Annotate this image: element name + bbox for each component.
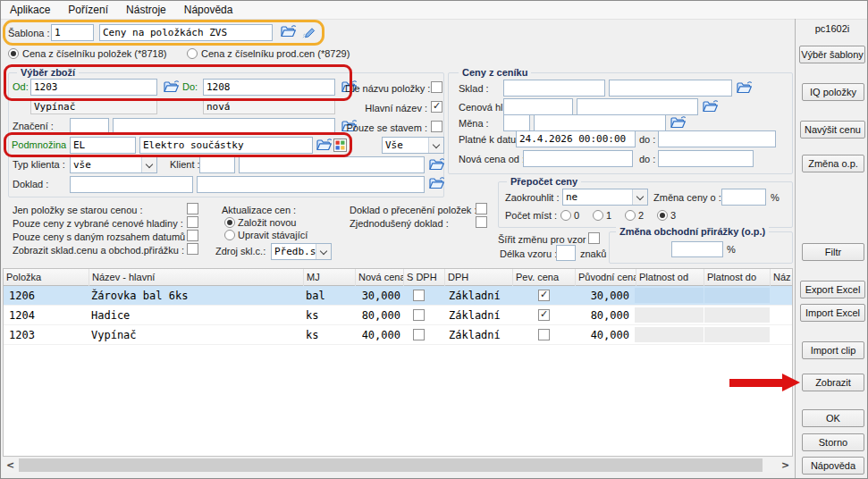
col-nazev[interactable]: Název - hlavní — [89, 269, 304, 286]
hlavni-nazev-checkbox[interactable] — [431, 101, 442, 113]
sklad-name-field[interactable] — [609, 80, 732, 97]
vse-dropdown[interactable]: Vše — [382, 137, 444, 154]
table-row[interactable]: 1204 Hadice ks 80,000 Základní 80,000 — [4, 306, 792, 325]
podmnozina-code-field[interactable]: EL — [70, 137, 136, 154]
platne-k-datu-field[interactable]: 24.4.2026 00:00:00 — [516, 130, 636, 147]
scrollbar-thumb[interactable] — [19, 458, 763, 472]
s-dph-checkbox[interactable] — [413, 329, 425, 340]
napoveda-button[interactable]: Nápověda — [802, 457, 864, 475]
radio-cena-prodcen[interactable] — [187, 48, 198, 59]
folder-open-icon[interactable] — [736, 80, 753, 95]
table-row[interactable]: 1206 Žárovka bal 6ks bal 30,000 Základní… — [4, 286, 792, 306]
zobrazit-sklad-checkbox[interactable] — [187, 243, 198, 255]
s-dph-checkbox[interactable] — [413, 309, 425, 321]
import-excel-button[interactable]: Import Excel — [800, 304, 865, 322]
sablona-number-field[interactable]: 1 — [51, 24, 94, 41]
pev-cena-checkbox[interactable] — [538, 309, 550, 321]
chevron-down-icon[interactable] — [632, 189, 647, 205]
col-puvodni-cena[interactable]: Původní cena — [576, 269, 636, 286]
navysit-cenu-button[interactable]: Navýšit cenu — [800, 121, 865, 139]
menu-napoveda[interactable]: Nápověda — [175, 1, 242, 19]
pocet-mist-0-radio[interactable] — [560, 210, 571, 221]
folder-open-icon[interactable] — [702, 99, 719, 113]
sirit-zmenu-checkbox[interactable] — [588, 232, 600, 244]
zmena-ceny-field[interactable] — [721, 189, 766, 206]
ok-button[interactable]: OK — [802, 409, 864, 427]
table-row[interactable]: 1203 Vypínač ks 40,000 Základní 40,000 — [4, 325, 792, 345]
pocet-mist-3-radio[interactable] — [657, 210, 668, 221]
zmena-op-field[interactable] — [671, 241, 723, 257]
dle-nazvu-checkbox[interactable] — [431, 81, 442, 93]
mena-code-field[interactable] — [503, 114, 530, 131]
do-field[interactable]: 1208 — [203, 79, 335, 96]
chevron-down-icon[interactable] — [316, 244, 331, 259]
folder-open-icon[interactable] — [163, 80, 180, 94]
zjednoduseny-checkbox[interactable] — [476, 216, 487, 228]
import-clip-button[interactable]: Import clip — [802, 341, 864, 359]
folder-open-icon[interactable] — [316, 138, 333, 152]
col-mj[interactable]: MJ — [304, 269, 356, 286]
iq-polozky-button[interactable]: IQ položky — [802, 83, 864, 101]
typ-klienta-dropdown[interactable]: vše — [70, 156, 157, 173]
pocet-mist-1-radio[interactable] — [593, 210, 603, 221]
nova-cena-do-field[interactable] — [658, 150, 754, 167]
podmnozina-name-field[interactable]: Elektro součástky — [139, 137, 313, 154]
sablona-name-field[interactable]: Ceny na položkách ZVS — [99, 24, 273, 41]
storno-button[interactable]: Storno — [802, 433, 864, 451]
category-grid-icon[interactable] — [333, 139, 347, 152]
nova-cena-od-field[interactable] — [523, 150, 633, 167]
doklad-code-field[interactable] — [70, 176, 193, 193]
folder-open-icon[interactable] — [280, 24, 297, 38]
col-pev-cena[interactable]: Pev. cena — [513, 269, 576, 286]
menu-nastroje[interactable]: Nástroje — [117, 1, 175, 19]
pouze-hladiny-checkbox[interactable] — [187, 216, 198, 228]
zobrazit-button[interactable]: Zobrazit — [802, 374, 864, 391]
pencil-edit-icon[interactable] — [302, 24, 316, 38]
klient-name-field[interactable] — [239, 156, 425, 173]
chevron-down-icon[interactable] — [141, 157, 156, 172]
pouze-datumu-checkbox[interactable] — [187, 230, 198, 241]
platne-do-field[interactable] — [658, 130, 776, 147]
folder-open-icon[interactable] — [428, 176, 445, 190]
filtr-button[interactable]: Filtr — [802, 243, 864, 261]
col-platnost-od[interactable]: Platnost od — [636, 269, 704, 286]
folder-open-icon[interactable] — [670, 115, 687, 130]
cenova-hl-name-field[interactable] — [577, 98, 698, 115]
pev-cena-checkbox[interactable] — [538, 290, 550, 301]
horizontal-scrollbar[interactable]: < > — [3, 458, 793, 473]
doklad-preceneni-checkbox[interactable] — [476, 203, 487, 214]
scroll-left-icon[interactable]: < — [3, 458, 18, 473]
folder-open-icon[interactable] — [428, 157, 445, 172]
col-dph[interactable]: DPH — [445, 269, 513, 286]
znaceni-code-field[interactable] — [70, 118, 109, 135]
col-s-dph[interactable]: S DPH — [404, 269, 445, 286]
zaokrouhlit-dropdown[interactable]: ne — [562, 189, 648, 206]
znaceni-name-field[interactable] — [113, 118, 335, 135]
pocet-mist-2-radio[interactable] — [625, 210, 636, 221]
klient-code-field[interactable] — [199, 156, 235, 173]
radio-cena-polozky[interactable] — [8, 48, 19, 59]
od-field[interactable]: 1203 — [30, 79, 157, 96]
chevron-down-icon[interactable] — [428, 138, 443, 153]
s-dph-checkbox[interactable] — [413, 290, 425, 301]
pouze-se-stavem-checkbox[interactable] — [431, 121, 442, 132]
zmena-op-button[interactable]: Změna o.p. — [802, 155, 864, 172]
doklad-name-field[interactable] — [197, 176, 425, 193]
upravit-stavajici-radio[interactable] — [224, 230, 235, 240]
vyber-sablony-button[interactable]: Výběr šablony — [799, 46, 865, 63]
col-nova-cena[interactable]: Nová cena — [356, 269, 404, 286]
pev-cena-checkbox[interactable] — [538, 329, 550, 340]
export-excel-button[interactable]: Export Excel — [800, 281, 865, 298]
sklad-code-field[interactable] — [503, 80, 605, 97]
cenova-hl-code-field[interactable] — [503, 98, 573, 115]
mena-name-field[interactable] — [534, 114, 666, 131]
jen-polozky-checkbox[interactable] — [187, 203, 198, 214]
delka-vzoru-field[interactable] — [556, 245, 576, 261]
col-platnost-do[interactable]: Platnost do — [704, 269, 771, 286]
zdroj-skl-dropdown[interactable]: Předb.skl — [271, 243, 332, 260]
col-polozka[interactable]: Položka — [4, 269, 89, 286]
menu-porizeni[interactable]: Pořízení — [59, 1, 117, 19]
scroll-right-icon[interactable]: > — [778, 458, 793, 473]
menu-aplikace[interactable]: Aplikace — [1, 1, 59, 19]
col-nazev2[interactable]: Náz — [771, 269, 792, 286]
